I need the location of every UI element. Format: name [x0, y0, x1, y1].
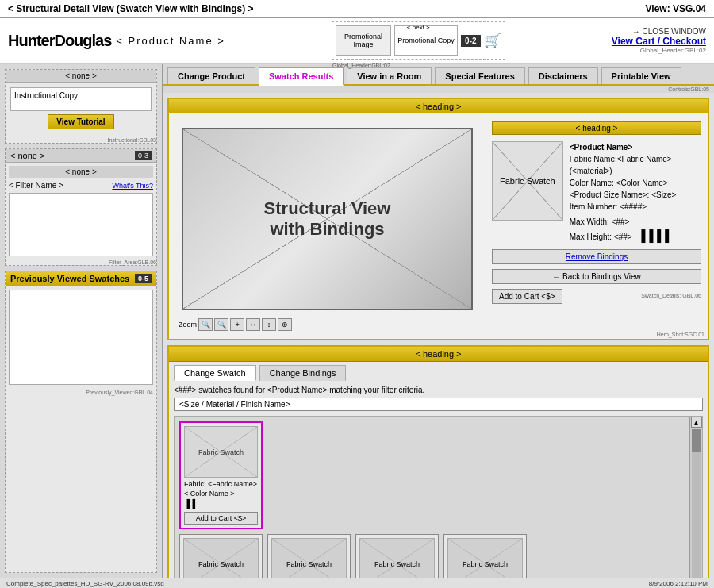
palette-tabs: Change Swatch Change Bindings — [169, 362, 708, 381]
cart-badge: 0-2 — [461, 35, 480, 47]
tab-swatch-results[interactable]: Swatch Results — [259, 67, 344, 86]
bottom-swatch-1[interactable]: Fabric Swatch — [179, 534, 263, 578]
hero-area: < heading > Structural Viewwith Bindings… — [167, 98, 709, 340]
bottom-thumb-1: Fabric Swatch — [183, 538, 259, 578]
filter-header-row: < none > 0-3 — [6, 149, 156, 163]
fabric-name-info: Fabric Name:<Fabric Name> (<material>) — [570, 155, 672, 175]
hero-inner: Structural Viewwith Bindings Zoom 🔍 🔍 + … — [169, 115, 708, 339]
swatch-scroll-area: Fabric Swatch Fabric: <Fabric Name> < Co… — [174, 416, 703, 578]
structural-view-content: Structural Viewwith Bindings — [264, 198, 391, 240]
swatch-fabric-label: Fabric: <Fabric Name> — [184, 480, 258, 490]
zoom-btn-5[interactable]: ↕ — [262, 318, 276, 331]
left-sidebar: < none > Instructional Copy View Tutoria… — [0, 64, 163, 578]
bottom-thumb-4: Fabric Swatch — [447, 538, 523, 578]
palette-area: < heading > Change Swatch Change Binding… — [167, 345, 709, 578]
swatch-thumb-selected: Fabric Swatch — [184, 426, 258, 478]
zoom-btn-1[interactable]: 🔍 — [198, 318, 213, 331]
scroll-thumb — [692, 429, 701, 452]
app-header: HunterDouglas < Product Name > < next > … — [0, 18, 714, 64]
scroll-track — [692, 429, 701, 578]
footer-filename: Complete_Spec_palettes_HD_SG-RV_2006.08.… — [6, 580, 164, 587]
structural-view-container: Structural Viewwith Bindings Zoom 🔍 🔍 + … — [169, 115, 486, 339]
filter-list-box[interactable] — [9, 193, 153, 256]
remove-bindings-button[interactable]: Remove Bindings — [492, 249, 701, 264]
hero-heading-bar: < heading > — [169, 99, 708, 113]
swatch-preview-box: Fabric Swatch — [492, 141, 563, 221]
zoom-label: Zoom — [178, 321, 197, 329]
promo-image-box: Promotional Image — [336, 25, 391, 56]
detail-heading-bar: < heading > — [492, 121, 701, 135]
whats-this-link[interactable]: What's This? — [112, 182, 153, 190]
bottom-label-1: Fabric Swatch — [198, 560, 244, 568]
scroll-up-button[interactable]: ▲ — [691, 417, 702, 428]
zoom-btn-4[interactable]: ↔ — [246, 318, 260, 331]
add-cart-row: Add to Cart <$> Swatch_Details: GBL.06 — [492, 286, 701, 304]
logo-text: HunterDouglas — [8, 32, 111, 50]
bottom-label-2: Fabric Swatch — [286, 560, 332, 568]
view-cart-link[interactable]: View Cart / Checkout — [612, 36, 706, 47]
zoom-btn-3[interactable]: + — [230, 318, 244, 331]
filter-area-label: Filter_Area:GLB.06 — [6, 259, 156, 265]
tab-disclaimers[interactable]: Disclaimers — [528, 67, 598, 84]
palette-content: <###> swatches found for <Product Name> … — [169, 381, 708, 578]
tab-printable-view[interactable]: Printable View — [601, 67, 681, 84]
view-tutorial-button[interactable]: View Tutorial — [48, 114, 113, 129]
add-to-cart-button[interactable]: Add to Cart <$> — [492, 289, 562, 304]
bottom-swatches-row — [667, 417, 689, 534]
pv-body — [9, 290, 153, 385]
pv-title: Previously Viewed Swatches — [10, 274, 129, 283]
cart-area: → CLOSE WINDOW View Cart / Checkout Glob… — [612, 27, 706, 54]
product-name-info: <Product Name> — [570, 143, 632, 152]
filter-name-label: < Filter Name > — [9, 181, 63, 190]
palette-tab-change-bindings[interactable]: Change Bindings — [259, 365, 347, 381]
detail-actions: Remove Bindings ← Back to Bindings View … — [492, 249, 701, 304]
pv-badge: 0-5 — [135, 274, 152, 283]
controls-label: Controls:GBL:05 — [163, 86, 714, 93]
bottom-label-3: Fabric Swatch — [374, 560, 420, 568]
filter-none-label: < none > — [10, 151, 44, 160]
right-content: Change Product Swatch Results View in a … — [163, 64, 714, 578]
pv-label: Previously_Viewed:GBL.04 — [6, 388, 156, 397]
swatches-found-text: <###> swatches found for <Product Name> … — [174, 386, 703, 394]
size-filter-box[interactable]: <Size / Material / Finish Name> — [174, 398, 703, 411]
hero-heading-label: < heading > — [415, 102, 461, 111]
zoom-btn-6[interactable]: ⊕ — [278, 318, 292, 331]
bottom-label-4: Fabric Swatch — [463, 560, 508, 568]
product-size-info: <Product Size Name>: <Size> — [570, 190, 677, 199]
promo-small-label: Global_Header:GBL:02 — [332, 63, 390, 68]
zoom-btn-2[interactable]: 🔍 — [214, 318, 228, 331]
promo-area: < next > Promotional Image Promotional C… — [332, 21, 505, 60]
swatch-grid: Fabric Swatch Fabric: <Fabric Name> < Co… — [175, 417, 667, 534]
tab-special-features[interactable]: Special Features — [435, 67, 524, 84]
swatch-fabric-info: Fabric: <Fabric Name> < Color Name > ▐▐ — [184, 480, 258, 509]
product-info: <Product Name> Fabric Name:<Fabric Name>… — [570, 141, 701, 244]
close-window[interactable]: → CLOSE WINDOW — [632, 27, 706, 36]
promo-copy-label: Promotional Copy — [397, 37, 455, 44]
scrollbar[interactable]: ▲ ▼ — [689, 417, 702, 578]
detail-panel: < heading > Fabric Swatch <Product Name>… — [486, 115, 708, 339]
item-number-info: Item Number: <####> — [570, 202, 647, 211]
logo-area: HunterDouglas < Product Name > — [8, 32, 225, 50]
view-id: View: VSG.04 — [646, 3, 706, 14]
swatch-icon: ▐▐ — [184, 499, 195, 508]
bottom-swatch-2[interactable]: Fabric Swatch — [267, 534, 351, 578]
instructional-copy: Instructional Copy — [10, 87, 152, 111]
cart-icon: 🛒 — [484, 32, 501, 49]
back-bindings-button[interactable]: ← Back to Bindings View — [492, 269, 701, 284]
filter-inner: < none > < Filter Name > What's This? — [6, 163, 156, 259]
swatch-thumb-label: Fabric Swatch — [198, 448, 244, 456]
swatch-item-selected[interactable]: Fabric Swatch Fabric: <Fabric Name> < Co… — [179, 421, 263, 529]
swatch-add-button[interactable]: Add to Cart <$> — [184, 512, 258, 525]
swatch-detail-label: Swatch_Details: GBL.06 — [641, 293, 701, 298]
instructional-label: Instructional:GBL03 — [6, 137, 156, 143]
bottom-swatch-3[interactable]: Fabric Swatch — [355, 534, 439, 578]
dimensions: Max Width: <##> Max Height: <##> ▐▐▐▐ — [570, 216, 701, 244]
tab-change-product[interactable]: Change Product — [167, 67, 255, 84]
page-footer: Complete_Spec_palettes_HD_SG-RV_2006.08.… — [0, 578, 714, 588]
tab-view-in-room[interactable]: View in a Room — [347, 67, 432, 84]
max-height: Max Height: <##> — [570, 233, 632, 241]
bottom-swatch-4[interactable]: Fabric Swatch — [443, 534, 527, 578]
max-width: Max Width: <##> — [570, 217, 630, 226]
previously-viewed-section: Previously Viewed Swatches 0-5 Previousl… — [5, 271, 157, 573]
palette-tab-change-swatch[interactable]: Change Swatch — [174, 365, 256, 381]
